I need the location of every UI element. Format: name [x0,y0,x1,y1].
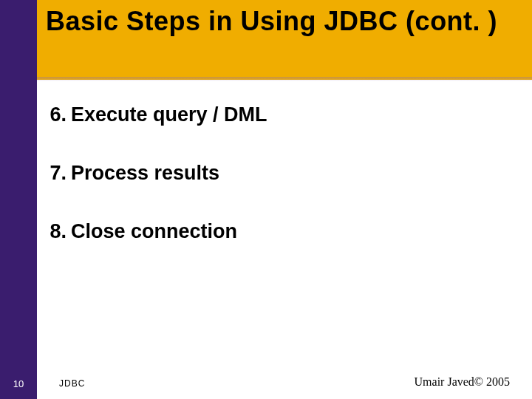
list-item: 8. Close connection [46,220,502,243]
list-item: 6. Execute query / DML [46,103,502,126]
page-number: 10 [13,378,24,389]
step-text: Execute query / DML [71,103,267,126]
step-text: Close connection [71,220,237,243]
footer-topic: JDBC [59,378,85,389]
band-shadow [37,77,532,81]
content-area: 6. Execute query / DML 7. Process result… [46,103,502,279]
page-number-box: 10 [0,377,37,390]
step-number: 8. [46,220,71,243]
step-text: Process results [71,162,219,185]
sidebar-accent [0,0,37,399]
step-number: 7. [46,162,71,185]
step-number: 6. [46,103,71,126]
footer-author: Umair Javed© 2005 [415,375,510,389]
slide-title: Basic Steps in Using JDBC (cont. ) [46,4,517,38]
slide: Basic Steps in Using JDBC (cont. ) 6. Ex… [0,0,532,399]
list-item: 7. Process results [46,162,502,185]
